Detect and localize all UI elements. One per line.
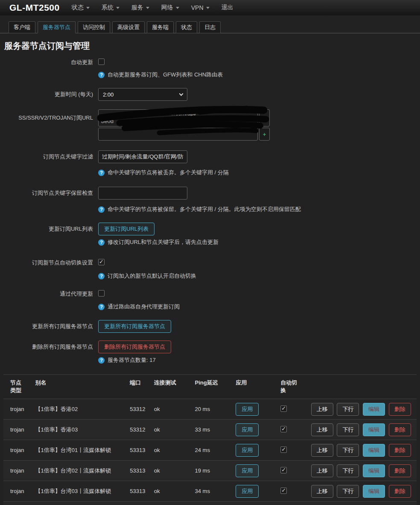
tab-server-nodes[interactable]: 服务器节点 [38, 21, 76, 33]
update-url-list-help: 修改订阅URL和节点关键字后，请先点击更新 [98, 238, 417, 246]
update-all-nodes-label: 更新所有订阅服务器节点 [3, 323, 93, 330]
keyword-keep-label: 订阅节点关键字保留检查 [3, 189, 93, 197]
tab-status[interactable]: 状态 [176, 21, 197, 33]
menu-system[interactable]: 系统 [96, 4, 125, 12]
edit-button[interactable]: 编辑 [363, 444, 385, 457]
apply-button[interactable]: 应用 [236, 403, 259, 416]
conn-test-cell: ok [147, 481, 188, 502]
tab-access-control[interactable]: 访问控制 [78, 21, 110, 33]
header-alias: 别名 [28, 375, 123, 399]
auto-update-checkbox[interactable] [98, 59, 105, 65]
move-down-button[interactable]: 下行 [337, 485, 359, 498]
node-type-cell: trojan [3, 481, 28, 502]
auto-update-help: 自动更新服务器订阅、GFW列表和 CHN路由表 [98, 71, 417, 79]
conn-test-cell: ok [147, 502, 188, 505]
chevron-down-icon [206, 7, 210, 9]
chevron-down-icon [146, 7, 149, 9]
apply-button[interactable]: 应用 [236, 444, 259, 457]
move-down-button[interactable]: 下行 [337, 423, 359, 436]
node-table: 节点类型 别名 端口 连接测试 Ping延迟 应用 自动切换 trojan 【1… [3, 374, 417, 505]
remove-url-button[interactable]: x [259, 109, 270, 126]
menu-status[interactable]: 状态 [66, 4, 96, 12]
menu-vpn[interactable]: VPN [185, 4, 216, 11]
edit-button[interactable]: 编辑 [363, 423, 385, 436]
auto-switch-checkbox[interactable] [280, 467, 287, 473]
page-title: 服务器节点订阅与管理 [4, 40, 417, 52]
tab-log[interactable]: 日志 [199, 21, 221, 33]
node-count-help: 服务器节点数量: 17 [98, 356, 417, 364]
subscribe-url-input[interactable]: ouzu.com/api/ .. 8e0d [98, 109, 258, 126]
chevron-down-icon [86, 7, 90, 9]
conn-test-cell: ok [147, 440, 188, 461]
auto-switch-checkbox[interactable] [280, 405, 287, 412]
keyword-filter-input[interactable] [98, 150, 187, 163]
move-down-button[interactable]: 下行 [337, 444, 359, 457]
delete-button[interactable]: 删除 [389, 485, 411, 498]
update-url-list-button[interactable]: 更新订阅URL列表 [98, 223, 155, 235]
keyword-filter-help: 命中关键字的节点将被丢弃。多个关键字用 / 分隔 [98, 169, 417, 176]
update-url-list-label: 更新订阅URL列表 [3, 225, 93, 233]
update-time-select[interactable]: 2:00 [98, 88, 187, 101]
update-all-nodes-button[interactable]: 更新所有订阅服务器节点 [98, 320, 171, 333]
header-ping: Ping延迟 [188, 375, 229, 399]
ping-cell: 24 ms [188, 440, 229, 461]
subscribe-url-label: SS/SSR/V2/TROJAN订阅URL [3, 114, 93, 122]
ping-cell: 19 ms [188, 461, 229, 481]
move-up-button[interactable]: 上移 [311, 444, 333, 457]
auto-switch-checkbox[interactable] [280, 487, 287, 494]
table-row: trojan 【1倍率】香港03 53312 ok 33 ms 应用 上移 下行… [3, 420, 417, 440]
move-up-button[interactable]: 上移 [311, 485, 333, 498]
table-row: trojan 【1倍率】日本01 53314 ok 25 ms 应用 上移 下行… [3, 502, 417, 505]
ping-cell: 25 ms [188, 502, 229, 505]
tab-server-side[interactable]: 服务端 [147, 21, 174, 33]
auto-update-label: 自动更新 [3, 59, 93, 66]
table-row: trojan 【1倍率】香港02 53312 ok 20 ms 应用 上移 下行… [3, 399, 417, 420]
delete-button[interactable]: 删除 [389, 464, 411, 477]
new-node-auto-switch-help: 订阅加入的新节点默认开启自动切换 [98, 272, 417, 280]
move-up-button[interactable]: 上移 [311, 464, 333, 477]
move-up-button[interactable]: 上移 [311, 403, 333, 416]
apply-button[interactable]: 应用 [236, 423, 259, 436]
apply-button[interactable]: 应用 [236, 464, 259, 477]
subscribe-url-input-empty[interactable] [98, 128, 258, 141]
proxy-update-help: 通过路由器自身代理更新订阅 [98, 303, 417, 311]
keyword-keep-input[interactable] [98, 187, 187, 200]
tab-advanced[interactable]: 高级设置 [112, 21, 145, 33]
header-auto-switch: 自动切换 [274, 375, 304, 399]
delete-button[interactable]: 删除 [389, 403, 411, 416]
alias-cell: 【1倍率】香港03 [28, 420, 123, 440]
move-down-button[interactable]: 下行 [337, 403, 359, 416]
edit-button[interactable]: 编辑 [363, 464, 385, 477]
tab-client[interactable]: 客户端 [9, 21, 35, 33]
auto-switch-checkbox[interactable] [280, 426, 287, 432]
auto-switch-checkbox[interactable] [280, 446, 287, 453]
help-icon [98, 170, 105, 176]
logout-link[interactable]: 退出 [216, 4, 239, 12]
menu-network[interactable]: 网络 [155, 4, 185, 12]
move-down-button[interactable]: 下行 [337, 464, 359, 477]
help-icon [98, 273, 105, 279]
alias-cell: 【1倍率】台湾01丨流媒体解锁 [28, 440, 123, 461]
conn-test-cell: ok [147, 461, 188, 481]
edit-button[interactable]: 编辑 [363, 403, 385, 416]
alias-cell: 【1倍率】台湾03丨流媒体解锁 [28, 481, 123, 502]
delete-button[interactable]: 删除 [389, 423, 411, 436]
new-node-auto-switch-checkbox[interactable] [98, 259, 105, 265]
apply-button[interactable]: 应用 [236, 485, 259, 498]
delete-button[interactable]: 删除 [389, 444, 411, 457]
port-cell: 53313 [123, 461, 147, 481]
menu-services[interactable]: 服务 [125, 4, 155, 12]
table-header-row: 节点类型 别名 端口 连接测试 Ping延迟 应用 自动切换 [3, 375, 417, 399]
add-url-button[interactable]: + [259, 128, 270, 141]
ping-cell: 20 ms [188, 399, 229, 420]
header-apply: 应用 [229, 375, 274, 399]
move-up-button[interactable]: 上移 [311, 423, 333, 436]
edit-button[interactable]: 编辑 [363, 485, 385, 498]
proxy-update-checkbox[interactable] [98, 290, 105, 297]
url-visible-fragment: .. [251, 112, 254, 118]
delete-all-nodes-label: 删除所有订阅服务器节点 [3, 343, 93, 351]
conn-test-cell: ok [147, 420, 188, 440]
alias-cell: 【1倍率】台湾02丨流媒体解锁 [28, 461, 123, 481]
delete-all-nodes-button[interactable]: 删除所有订阅服务器节点 [98, 341, 171, 353]
node-type-cell: trojan [3, 502, 28, 505]
